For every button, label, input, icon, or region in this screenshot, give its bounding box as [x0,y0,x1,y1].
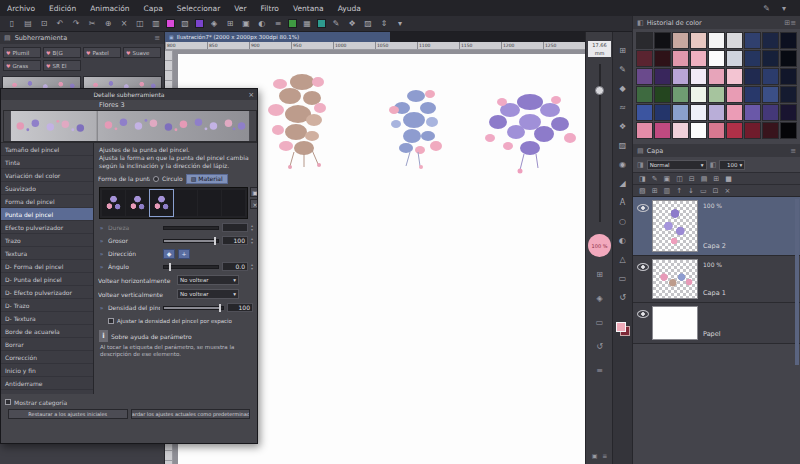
color-history-swatch[interactable] [726,68,743,85]
tool-icon-13[interactable]: ↺ [619,293,626,303]
direction-label[interactable]: Dirección [108,250,160,257]
layer-name[interactable]: Papel [703,330,794,338]
command-color-swatch[interactable] [195,19,204,28]
color-history-swatch[interactable] [636,122,653,139]
tool-icon-1[interactable]: ✎ [619,65,626,75]
color-history-icon-0[interactable]: ◧ [637,19,644,27]
color-history-swatch[interactable] [726,122,743,139]
category-inicio-y-fin[interactable]: Inicio y fin [1,364,93,377]
angle-slider[interactable] [163,265,219,269]
color-history-swatch[interactable] [654,104,671,121]
color-history-swatch[interactable] [636,50,653,67]
color-history-swatch[interactable] [744,122,761,139]
layer-opacity-input[interactable]: 100 ▾ [719,160,745,170]
color-history-swatch[interactable] [744,86,761,103]
color-history-swatch[interactable] [690,50,707,67]
layer-tool-icon-a1[interactable]: ✎ [652,175,658,183]
brush-density-value[interactable]: 100 [227,303,253,312]
command-icon-13[interactable]: ◈ [208,18,220,30]
layer-tool-icon-b5[interactable]: ▭ [700,187,707,195]
brush-tip-slot-5[interactable] [222,190,245,216]
thickness-slider[interactable] [163,239,219,243]
dialog-titlebar[interactable]: Detalle subherramienta × [1,89,257,100]
layer-row-capa-1[interactable]: 100 % Capa 1 [633,256,800,303]
color-history-swatch[interactable] [762,104,779,121]
layer-tool-icon-a6[interactable]: ⊞ [713,175,719,183]
color-history-swatch[interactable] [672,32,689,49]
menu-item-archivo[interactable]: Archivo [0,0,42,16]
zoom-slider-handle[interactable] [595,86,604,95]
layer-tool-icon-a5[interactable]: ▤ [701,175,708,183]
category-suavizado[interactable]: Suavizado [1,182,93,195]
color-history-swatch[interactable] [780,122,797,139]
color-history-swatch[interactable] [726,50,743,67]
menu-item-seleccionar[interactable]: Seleccionar [170,0,227,16]
color-history-swatch[interactable] [708,32,725,49]
circle-radio[interactable] [153,176,159,182]
command-icon-1[interactable]: ▤ [22,18,34,30]
color-history-swatch[interactable] [780,32,797,49]
panel-menu-icon[interactable]: ≡ [154,34,160,42]
save-as-default-button[interactable]: Guardar los ajustes actuales como predet… [131,409,251,419]
category-tamano-del-pincel[interactable]: Tamaño del pincel [1,143,93,156]
rail-icon-4[interactable]: ≡ [596,366,603,375]
main-color[interactable] [616,322,626,332]
layer-row-capa-2[interactable]: 100 % Capa 2 [633,197,800,256]
layer-tool-icon-b6[interactable]: ⊡ [713,187,719,195]
flip-horizontal-label[interactable]: Voltear horizontalmente [98,277,174,284]
layer-tool-icon-b7[interactable]: × [724,187,730,195]
subtool-pastel[interactable]: ♥Pastel [83,47,121,58]
layer-thumbnail[interactable] [652,306,698,340]
color-history-swatch[interactable] [708,104,725,121]
color-history-swatch[interactable] [636,86,653,103]
color-history-swatch[interactable] [726,86,743,103]
rail-bottom-icon-1[interactable]: ≡ [602,452,607,459]
color-history-swatch[interactable] [780,104,797,121]
layer-panel-menu-icon[interactable]: ≡ [790,147,796,155]
show-category-checkbox[interactable] [5,399,11,405]
category-correccion[interactable]: Corrección [1,351,93,364]
color-history-swatch[interactable] [762,50,779,67]
color-history-swatch[interactable] [762,68,779,85]
expand-icon[interactable]: » [98,250,105,257]
color-history-swatch[interactable] [762,32,779,49]
color-history-swatch[interactable] [636,104,653,121]
command-color-swatch[interactable] [166,19,175,28]
command-icon-5[interactable]: ✂ [86,18,98,30]
visibility-eye-icon[interactable] [637,263,649,271]
flip-vertical-label[interactable]: Voltear verticalmente [98,291,174,298]
category-antiderrame[interactable]: Antiderrame [1,377,93,390]
color-history-swatch[interactable] [690,32,707,49]
color-history-swatch[interactable] [744,68,761,85]
rail-icon-0[interactable]: ⊞ [596,270,603,279]
layer-list-scrollbar[interactable] [795,199,799,365]
color-history-swatch[interactable] [672,50,689,67]
thickness-label[interactable]: Grosor [108,237,160,244]
thickness-spinner[interactable]: ▴▾ [251,237,253,245]
density-spacing-checkbox[interactable] [108,318,114,324]
brush-density-slider[interactable] [163,306,224,310]
color-history-swatch[interactable] [672,122,689,139]
layer-thumbnail[interactable] [652,259,698,299]
category-tinta[interactable]: Tinta [1,156,93,169]
menu-item-ventana[interactable]: Ventana [286,0,331,16]
color-history-swatch[interactable] [672,104,689,121]
menu-item-filtro[interactable]: Filtro [254,0,286,16]
rail-icon-2[interactable]: ▭ [596,318,604,327]
color-history-menu-icon-1[interactable]: ≡ [790,19,796,27]
category-punta-del-pincel[interactable]: Punta del pincel [1,208,93,221]
layer-tool-icon-b4[interactable]: ↓ [688,187,694,195]
menu-item-edicion[interactable]: Edición [42,0,83,16]
color-history-swatch[interactable] [690,86,707,103]
layer-name[interactable]: Capa 1 [703,289,794,297]
color-history-swatch[interactable] [636,68,653,85]
expand-icon[interactable]: » [98,237,105,244]
color-history-swatch[interactable] [708,50,725,67]
category-d-trazo[interactable]: D- Trazo [1,299,93,312]
color-history-swatch[interactable] [654,50,671,67]
color-history-swatch[interactable] [654,32,671,49]
color-history-swatch[interactable] [690,104,707,121]
duplicate-tip-button[interactable]: ▣ [250,187,257,197]
color-history-swatch[interactable] [708,122,725,139]
color-history-swatch[interactable] [726,104,743,121]
